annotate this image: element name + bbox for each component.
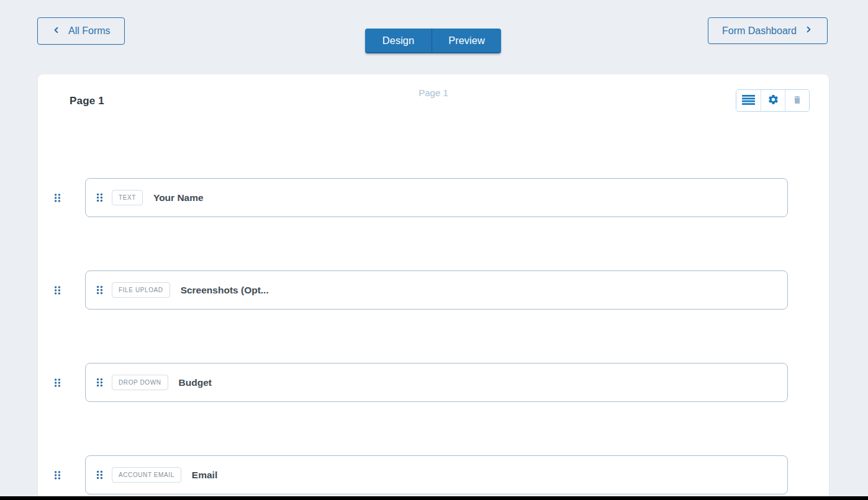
view-mode-tabs: Design Preview (365, 29, 501, 53)
menu-icon (742, 95, 755, 107)
drag-handle-icon[interactable] (54, 193, 61, 202)
field-type-badge: TEXT (112, 190, 143, 205)
chevron-right-icon (804, 25, 813, 37)
page-delete-button[interactable] (785, 90, 809, 111)
field-type-badge: ACCOUNT EMAIL (112, 467, 181, 483)
field-row-your-name: TEXT Your Name (85, 178, 788, 217)
all-forms-button[interactable]: All Forms (37, 17, 125, 45)
field-label: Budget (179, 377, 212, 388)
drag-handle-icon[interactable] (96, 193, 103, 202)
form-dashboard-label: Form Dashboard (722, 25, 797, 37)
field-row-screenshots: FILE UPLOAD Screenshots (Opt... (85, 270, 788, 310)
all-forms-label: All Forms (68, 25, 111, 37)
drag-handle-icon[interactable] (54, 470, 61, 480)
field-label: Screenshots (Opt... (181, 285, 269, 296)
field-list: TEXT Your Name FILE UPLOAD Screenshots (… (38, 112, 829, 494)
field-card[interactable]: DROP DOWN Budget (85, 363, 788, 402)
field-card[interactable]: FILE UPLOAD Screenshots (Opt... (85, 270, 788, 310)
drag-handle-icon[interactable] (96, 285, 103, 295)
drag-handle-icon[interactable] (96, 470, 103, 480)
trash-icon (792, 94, 802, 107)
page-menu-button[interactable] (736, 90, 761, 111)
page-card: Page 1 Page 1 (38, 74, 829, 500)
field-type-badge: DROP DOWN (112, 375, 168, 390)
field-label: Your Name (153, 192, 204, 203)
tab-design[interactable]: Design (365, 29, 432, 53)
chevron-left-icon (52, 25, 61, 37)
form-dashboard-button[interactable]: Form Dashboard (708, 17, 828, 44)
field-label: Email (192, 470, 217, 481)
page-toolbar (736, 89, 810, 112)
gear-icon (767, 94, 779, 107)
field-row-email: ACCOUNT EMAIL Email (85, 455, 788, 494)
drag-handle-icon[interactable] (54, 285, 61, 295)
drag-handle-icon[interactable] (54, 378, 61, 387)
field-type-badge: FILE UPLOAD (112, 282, 170, 298)
topbar: All Forms Design Preview Form Dashboard (0, 0, 868, 74)
field-card[interactable]: TEXT Your Name (85, 178, 788, 217)
tab-preview[interactable]: Preview (432, 29, 501, 53)
page-settings-button[interactable] (761, 90, 785, 111)
page-card-header: Page 1 Page 1 (38, 74, 829, 112)
drag-handle-icon[interactable] (96, 378, 103, 387)
bottom-edge (0, 496, 868, 500)
page-watermark: Page 1 (38, 87, 829, 98)
field-card[interactable]: ACCOUNT EMAIL Email (85, 455, 788, 494)
field-row-budget: DROP DOWN Budget (85, 363, 788, 402)
